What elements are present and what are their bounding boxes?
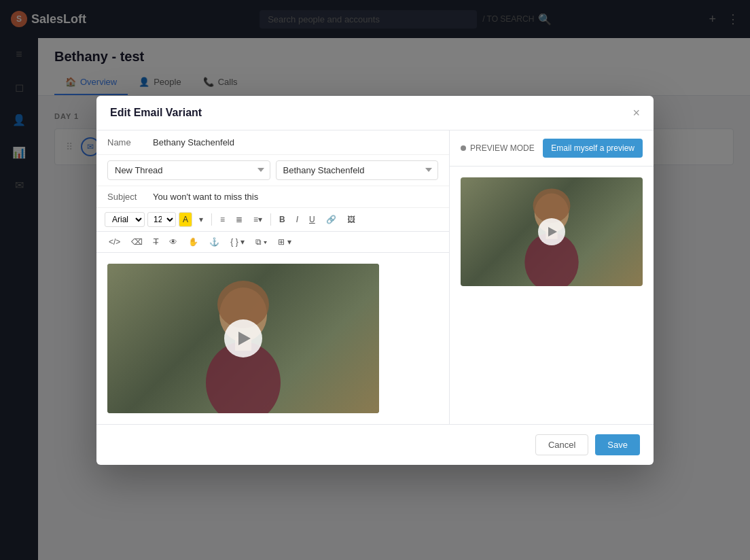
modal-header: Edit Email Variant × [96,96,654,130]
brace-btn[interactable]: { } ▾ [226,234,249,249]
preview-mode-label: PREVIEW MODE [461,143,535,153]
underline-btn[interactable]: U [305,212,319,227]
preview-play-button[interactable] [538,218,565,245]
thread-select[interactable]: New Thread [107,160,270,180]
align-btn[interactable]: ≡▾ [249,212,266,227]
modal-footer: Cancel Save [96,424,654,465]
name-label: Name [107,137,145,147]
table-btn[interactable]: ⊞ ▾ [274,234,295,249]
strikethrough-btn[interactable]: T̶ [149,234,162,249]
bold-btn[interactable]: B [275,212,289,227]
modal: Edit Email Variant × Name Bethany Stache… [96,96,654,465]
close-button[interactable]: × [632,107,640,119]
font-select[interactable]: Arial [105,212,145,227]
modal-body: Name Bethany Stachenfeld New Thread Beth… [96,130,654,424]
save-button[interactable]: Save [595,434,640,455]
preview-content [450,167,654,424]
unordered-list-btn[interactable]: ≡ [216,212,229,227]
copy-btn[interactable]: ⧉ ▾ [251,234,271,249]
thread-selects: New Thread Bethany Stachenfeld [96,155,449,186]
color-btn[interactable]: 👁 [165,234,181,249]
play-triangle-icon [238,332,251,345]
divider-1 [211,213,212,226]
anchor-btn[interactable]: ⚓ [205,234,224,249]
name-value: Bethany Stachenfeld [153,137,234,147]
hand-btn[interactable]: ✋ [184,234,202,249]
image-btn[interactable]: 🖼 [343,212,359,227]
link-btn[interactable]: 🔗 [322,212,340,227]
highlight-btn[interactable]: A [179,212,192,227]
modal-overlay: Edit Email Variant × Name Bethany Stache… [0,0,750,560]
preview-play-triangle-icon [548,227,557,237]
preview-video[interactable] [461,177,643,286]
divider-2 [270,213,271,226]
subject-label: Subject [107,192,145,202]
video-thumbnail[interactable] [107,264,379,413]
editor-panel: Name Bethany Stachenfeld New Thread Beth… [96,130,450,424]
editor-toolbar-1: Arial 12 A ▾ ≡ ≣ ≡▾ B I U 🔗 🖼 [96,208,449,232]
subject-row: Subject [96,186,449,208]
preview-mode-icon [461,145,466,151]
play-button[interactable] [224,319,262,357]
editor-content[interactable] [96,253,449,424]
name-row: Name Bethany Stachenfeld [96,130,449,155]
font-size-select[interactable]: 12 [147,212,176,227]
editor-toolbar-2: </> ⌫ T̶ 👁 ✋ ⚓ { } ▾ ⧉ ▾ ⊞ ▾ [96,232,449,253]
preview-panel: PREVIEW MODE Email myself a preview [450,130,654,424]
highlight-color-btn[interactable]: ▾ [195,212,207,227]
eraser-btn[interactable]: ⌫ [127,234,147,249]
recipient-select[interactable]: Bethany Stachenfeld [276,160,439,180]
ordered-list-btn[interactable]: ≣ [232,212,247,227]
code-btn[interactable]: </> [105,234,124,249]
subject-input[interactable] [153,192,438,202]
modal-title: Edit Email Variant [110,107,202,119]
preview-header: PREVIEW MODE Email myself a preview [450,130,654,167]
email-preview-button[interactable]: Email myself a preview [543,139,643,158]
italic-btn[interactable]: I [292,212,302,227]
cancel-button[interactable]: Cancel [535,434,588,455]
